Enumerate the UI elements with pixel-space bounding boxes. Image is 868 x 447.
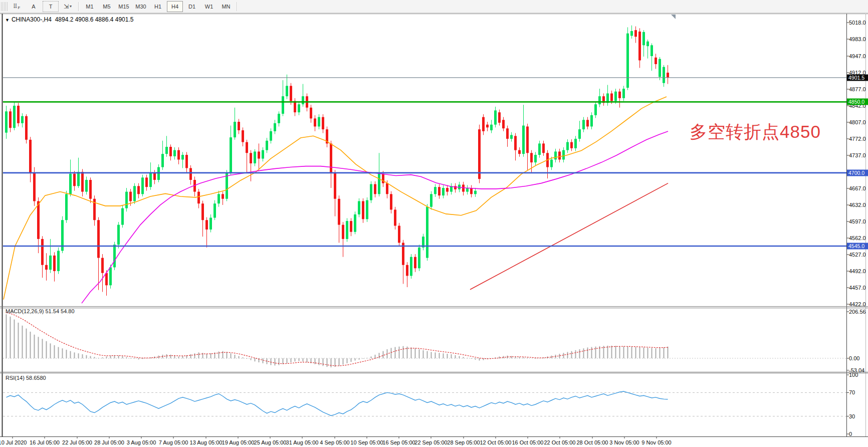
- candle: [218, 194, 220, 203]
- candle: [294, 101, 296, 113]
- candle: [558, 151, 561, 159]
- candle: [262, 150, 264, 159]
- candle: [173, 150, 176, 156]
- candle: [582, 120, 585, 129]
- candle: [526, 126, 529, 153]
- candle: [117, 225, 120, 245]
- candle: [378, 174, 380, 194]
- candle: [470, 188, 473, 194]
- candle: [594, 104, 597, 115]
- candle: [578, 129, 581, 139]
- candle: [101, 258, 104, 273]
- candle: [498, 112, 501, 123]
- candle: [510, 135, 513, 139]
- candle: [9, 111, 12, 128]
- candle: [382, 174, 384, 183]
- candle: [434, 187, 437, 194]
- candle: [618, 92, 621, 98]
- candle: [310, 108, 312, 119]
- candle: [430, 194, 432, 206]
- candle: [197, 192, 200, 204]
- candlestick-series: [5, 26, 669, 296]
- candle: [330, 143, 332, 172]
- candle: [394, 209, 396, 226]
- candle: [586, 120, 589, 126]
- candle: [57, 251, 60, 271]
- candle: [494, 110, 497, 124]
- candle: [133, 186, 136, 201]
- candle: [406, 265, 408, 276]
- candle: [622, 89, 625, 98]
- candle: [610, 93, 613, 101]
- candle: [438, 187, 441, 195]
- candle: [121, 208, 124, 225]
- candle: [570, 142, 573, 148]
- candle: [49, 256, 52, 270]
- candle: [302, 96, 304, 104]
- candle: [414, 257, 416, 269]
- trading-terminal: ⠿ F A T ⇲ ▾ M1 M5 M15 M30 H1 H4 D1 W1 MN…: [0, 0, 868, 447]
- candle: [490, 125, 493, 130]
- candle: [153, 173, 156, 180]
- candle: [362, 201, 364, 219]
- main-pane: [3, 26, 846, 303]
- rsi-line: [7, 391, 668, 415]
- candle: [502, 120, 505, 128]
- candle: [209, 217, 212, 230]
- candle: [286, 86, 288, 96]
- candle: [542, 143, 545, 153]
- candle: [149, 173, 152, 187]
- chart-canvas[interactable]: [0, 0, 868, 447]
- candle: [29, 140, 32, 173]
- trendline[interactable]: [470, 183, 668, 290]
- candle: [338, 199, 340, 225]
- candle: [550, 159, 553, 167]
- candle: [626, 34, 629, 88]
- candle: [667, 73, 669, 78]
- candle: [181, 155, 184, 159]
- candle: [290, 86, 292, 101]
- candle: [177, 150, 180, 160]
- candle: [109, 267, 112, 285]
- candle: [354, 214, 356, 232]
- candle: [242, 130, 244, 142]
- candle: [350, 221, 352, 232]
- candle: [270, 131, 272, 141]
- candle: [222, 194, 224, 198]
- candle: [246, 142, 248, 153]
- candle: [41, 239, 44, 265]
- candle: [566, 142, 569, 150]
- candle: [334, 173, 336, 199]
- candle: [165, 147, 168, 154]
- candle: [185, 155, 188, 168]
- candle: [145, 177, 148, 187]
- candle: [630, 31, 633, 36]
- candle: [646, 42, 649, 46]
- candle: [514, 136, 517, 150]
- candle: [650, 45, 653, 56]
- candle: [161, 154, 164, 167]
- candle: [53, 256, 56, 271]
- candle: [129, 192, 132, 201]
- candle: [105, 273, 108, 286]
- candle: [366, 200, 368, 219]
- candle: [478, 129, 481, 179]
- candle: [81, 172, 84, 192]
- candle: [390, 194, 392, 209]
- candle: [189, 168, 192, 180]
- candle: [598, 96, 601, 104]
- candle: [322, 117, 324, 130]
- candle: [169, 147, 172, 156]
- candle: [125, 192, 128, 208]
- candle: [659, 59, 661, 77]
- candle: [374, 184, 376, 194]
- candle: [642, 32, 645, 45]
- candle: [538, 143, 541, 155]
- ma-slow-line[interactable]: [82, 131, 668, 303]
- candle: [69, 174, 72, 194]
- candle: [590, 115, 593, 127]
- candle: [442, 188, 445, 195]
- candle: [45, 265, 48, 270]
- candle: [201, 203, 204, 220]
- candle: [113, 245, 116, 267]
